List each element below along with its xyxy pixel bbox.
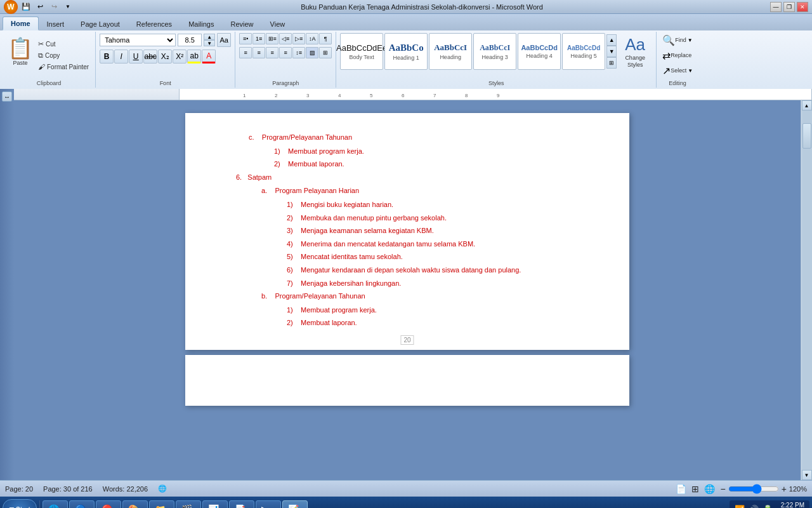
copy-button[interactable]: ⧉ Copy [36,50,91,61]
multilevel-button[interactable]: ⊞≡ [266,33,278,44]
style-heading3[interactable]: AaBbCcI Heading 3 [473,33,516,70]
tab-insert[interactable]: Insert [39,17,73,30]
style-body-text[interactable]: AaBbCcDdEe Body Text [340,33,383,70]
cut-button[interactable]: ✂ Cut [36,39,91,50]
tab-view[interactable]: View [262,17,294,30]
styles-more-button[interactable]: ⊞ [606,57,617,69]
font-size-increase[interactable]: ▲ [204,34,215,40]
bullets-button[interactable]: ≡• [239,33,252,44]
sort-button[interactable]: ↕A [306,33,318,44]
underline-button[interactable]: U [129,50,143,64]
document-area[interactable]: c. Program/Pelayanan Tahunan 1) Membuat … [14,100,801,480]
paint-icon: 🎨 [128,504,139,508]
font-color-button[interactable]: A [202,50,216,64]
format-painter-button[interactable]: 🖌 Format Painter [36,62,91,72]
ruler-toggle[interactable]: ↔ [2,91,12,102]
line-spacing-button[interactable]: ↕≡ [292,47,305,58]
clear-format-button[interactable]: Aa [217,33,231,47]
redo-button[interactable]: ↪ [48,1,60,13]
list-item-6: 6. Satpam [236,172,591,184]
scroll-track[interactable] [802,110,812,470]
list-label-c: c. [249,133,260,141]
highlight-button[interactable]: ab [187,50,201,64]
change-styles-button[interactable]: Aa ChangeStyles [618,33,652,70]
shading-button[interactable]: ▨ [306,47,318,58]
numbering-button[interactable]: 1≡ [252,33,265,44]
tab-references[interactable]: References [128,17,180,30]
view-fullscreen-icon[interactable]: ⊞ [691,484,699,494]
tray-network-icon: 📶 [735,505,745,509]
view-print-icon[interactable]: 📄 [676,484,686,494]
style-heading1[interactable]: AaBbCo Heading 1 [384,33,428,70]
vertical-scrollbar[interactable]: ▲ ▼ [801,100,812,480]
align-right-button[interactable]: ≡ [266,47,278,58]
start-button[interactable]: ⊞ Start [3,499,37,508]
chrome-icon: 🔵 [75,504,86,508]
font-size-input[interactable] [178,34,202,46]
list-label-a5: 5) [287,253,299,260]
taskbar-excel[interactable]: 📊 [202,500,228,508]
subscript-button[interactable]: X₂ [158,50,172,64]
tab-review[interactable]: Review [222,17,261,30]
styles-scroll-up[interactable]: ▲ [606,34,617,46]
style-heading2[interactable]: AaBbCcI Heading [429,33,472,70]
tab-mailings[interactable]: Mailings [180,17,222,30]
minimize-button[interactable]: — [770,2,782,12]
view-web-icon[interactable]: 🌐 [704,484,715,494]
dropdown-arrow[interactable]: ▼ [62,1,74,13]
taskbar-ie[interactable]: 🌐 [43,500,68,508]
system-tray: 📶 🔊 🔋 2:22 PM 2/23/2021 [730,500,810,508]
style-h5-label: Heading 5 [571,53,597,59]
font-family-select[interactable]: Tahoma [100,34,176,46]
styles-group: AaBbCcDdEe Body Text AaBbCo Heading 1 Aa… [336,32,657,88]
zoom-in-icon[interactable]: + [782,484,787,494]
find-button[interactable]: 🔍 Find ▼ [660,33,694,47]
list-text-a7: Menjaga kebersihan lingkungan. [301,279,401,287]
close-button[interactable]: ✕ [797,2,808,12]
paragraph-group: ≡• 1≡ ⊞≡ ◁≡ ▷≡ ↕A ¶ ≡ ≡ ≡ ≡ ↕≡ ▨ ⊞ Parag… [235,32,336,88]
scroll-down-button[interactable]: ▼ [802,470,812,480]
italic-button[interactable]: I [114,50,128,64]
style-heading4[interactable]: AaBbCcDd Heading 4 [518,33,561,70]
styles-scroll-down[interactable]: ▼ [606,46,617,57]
paste-button[interactable]: 📋 Paste [6,36,34,74]
taskbar-word[interactable]: 📝 [282,500,308,508]
show-marks-button[interactable]: ¶ [319,33,332,44]
list-text-a5: Mencatat identitas tamu sekolah. [301,253,403,260]
select-button[interactable]: ↗ Select ▼ [660,64,695,77]
taskbar-chrome[interactable]: 🔵 [69,500,95,508]
taskbar-paint[interactable]: 🎨 [122,500,148,508]
taskbar-player[interactable]: ▶ [256,500,281,508]
scroll-up-button[interactable]: ▲ [802,100,812,110]
list-item-a: a. Program Pelayanan Harian [261,185,591,197]
taskbar-opera[interactable]: 🔴 [96,500,121,508]
select-label: Select [671,67,686,74]
maximize-button[interactable]: ❐ [783,2,795,12]
tab-page-layout[interactable]: Page Layout [72,17,128,30]
align-center-button[interactable]: ≡ [252,47,265,58]
ruler-mark-2: 2 [275,93,277,98]
taskbar-powerpoint[interactable]: 📑 [229,500,254,508]
align-justify-button[interactable]: ≡ [279,47,292,58]
strikethrough-button[interactable]: abc [143,50,157,64]
zoom-slider[interactable] [728,485,779,493]
superscript-button[interactable]: X² [173,50,187,64]
decrease-indent-button[interactable]: ◁≡ [279,33,292,44]
align-left-button[interactable]: ≡ [239,47,252,58]
office-logo[interactable]: W [4,0,18,14]
font-size-decrease[interactable]: ▼ [204,40,215,46]
style-heading5[interactable]: AaBbCcDd Heading 5 [562,33,605,70]
bold-button[interactable]: B [100,50,114,64]
undo-button[interactable]: ↩ [34,1,46,13]
taskbar-media[interactable]: 🎬 [176,500,201,508]
scroll-thumb[interactable] [802,123,811,149]
zoom-out-icon[interactable]: − [720,484,725,494]
increase-indent-button[interactable]: ▷≡ [292,33,305,44]
page-total: Page: 30 of 216 [43,485,93,493]
style-body-text-sample: AaBbCcDdEe [336,43,387,53]
borders-button[interactable]: ⊞ [319,47,332,58]
save-button[interactable]: 💾 [20,1,32,13]
tab-home[interactable]: Home [3,17,39,30]
replace-button[interactable]: ⇄ Replace [660,48,693,62]
taskbar-explorer[interactable]: 📁 [149,500,174,508]
